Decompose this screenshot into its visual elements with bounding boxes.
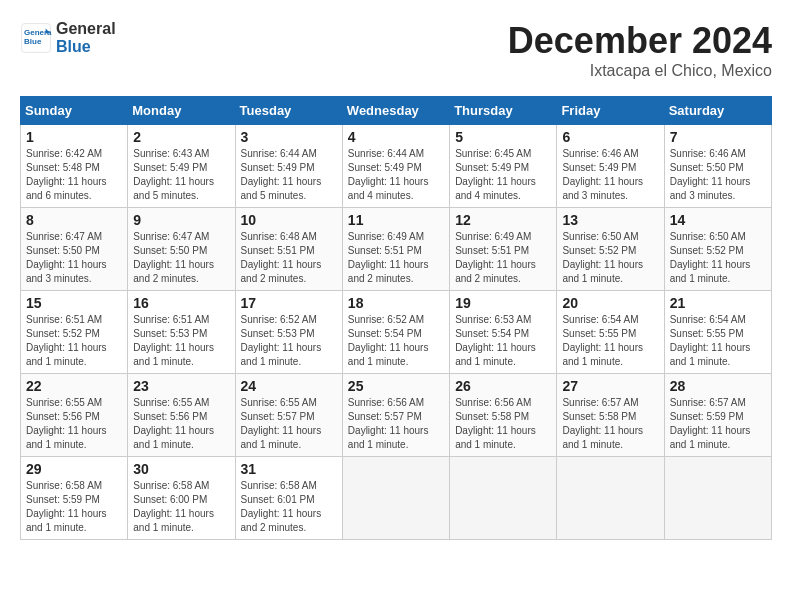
day-info: Sunrise: 6:42 AMSunset: 5:48 PMDaylight:… <box>26 147 122 203</box>
calendar-cell: 17Sunrise: 6:52 AMSunset: 5:53 PMDayligh… <box>235 291 342 374</box>
calendar-cell: 10Sunrise: 6:48 AMSunset: 5:51 PMDayligh… <box>235 208 342 291</box>
day-number: 21 <box>670 295 766 311</box>
calendar-table: SundayMondayTuesdayWednesdayThursdayFrid… <box>20 96 772 540</box>
calendar-cell: 6Sunrise: 6:46 AMSunset: 5:49 PMDaylight… <box>557 125 664 208</box>
logo-line2: Blue <box>56 38 116 56</box>
day-number: 23 <box>133 378 229 394</box>
day-info: Sunrise: 6:52 AMSunset: 5:54 PMDaylight:… <box>348 313 444 369</box>
calendar-cell: 26Sunrise: 6:56 AMSunset: 5:58 PMDayligh… <box>450 374 557 457</box>
calendar-cell: 30Sunrise: 6:58 AMSunset: 6:00 PMDayligh… <box>128 457 235 540</box>
day-number: 29 <box>26 461 122 477</box>
calendar-cell <box>664 457 771 540</box>
day-number: 14 <box>670 212 766 228</box>
day-number: 6 <box>562 129 658 145</box>
header-sunday: Sunday <box>21 97 128 125</box>
day-info: Sunrise: 6:58 AMSunset: 5:59 PMDaylight:… <box>26 479 122 535</box>
week-row-4: 22Sunrise: 6:55 AMSunset: 5:56 PMDayligh… <box>21 374 772 457</box>
calendar-cell: 23Sunrise: 6:55 AMSunset: 5:56 PMDayligh… <box>128 374 235 457</box>
calendar-cell: 25Sunrise: 6:56 AMSunset: 5:57 PMDayligh… <box>342 374 449 457</box>
calendar-cell: 11Sunrise: 6:49 AMSunset: 5:51 PMDayligh… <box>342 208 449 291</box>
day-info: Sunrise: 6:56 AMSunset: 5:58 PMDaylight:… <box>455 396 551 452</box>
calendar-cell: 18Sunrise: 6:52 AMSunset: 5:54 PMDayligh… <box>342 291 449 374</box>
calendar-cell: 12Sunrise: 6:49 AMSunset: 5:51 PMDayligh… <box>450 208 557 291</box>
day-number: 13 <box>562 212 658 228</box>
day-info: Sunrise: 6:55 AMSunset: 5:57 PMDaylight:… <box>241 396 337 452</box>
day-info: Sunrise: 6:57 AMSunset: 5:59 PMDaylight:… <box>670 396 766 452</box>
day-number: 31 <box>241 461 337 477</box>
day-info: Sunrise: 6:44 AMSunset: 5:49 PMDaylight:… <box>348 147 444 203</box>
title-area: December 2024 Ixtacapa el Chico, Mexico <box>508 20 772 80</box>
calendar-cell: 1Sunrise: 6:42 AMSunset: 5:48 PMDaylight… <box>21 125 128 208</box>
calendar-cell: 28Sunrise: 6:57 AMSunset: 5:59 PMDayligh… <box>664 374 771 457</box>
day-info: Sunrise: 6:56 AMSunset: 5:57 PMDaylight:… <box>348 396 444 452</box>
day-number: 26 <box>455 378 551 394</box>
page-header: General Blue General Blue December 2024 … <box>20 20 772 80</box>
day-info: Sunrise: 6:57 AMSunset: 5:58 PMDaylight:… <box>562 396 658 452</box>
calendar-cell: 9Sunrise: 6:47 AMSunset: 5:50 PMDaylight… <box>128 208 235 291</box>
calendar-header-row: SundayMondayTuesdayWednesdayThursdayFrid… <box>21 97 772 125</box>
day-number: 27 <box>562 378 658 394</box>
day-number: 10 <box>241 212 337 228</box>
calendar-cell: 19Sunrise: 6:53 AMSunset: 5:54 PMDayligh… <box>450 291 557 374</box>
day-number: 9 <box>133 212 229 228</box>
calendar-cell: 4Sunrise: 6:44 AMSunset: 5:49 PMDaylight… <box>342 125 449 208</box>
day-info: Sunrise: 6:46 AMSunset: 5:49 PMDaylight:… <box>562 147 658 203</box>
day-info: Sunrise: 6:58 AMSunset: 6:01 PMDaylight:… <box>241 479 337 535</box>
calendar-cell: 20Sunrise: 6:54 AMSunset: 5:55 PMDayligh… <box>557 291 664 374</box>
day-info: Sunrise: 6:49 AMSunset: 5:51 PMDaylight:… <box>348 230 444 286</box>
day-number: 4 <box>348 129 444 145</box>
day-info: Sunrise: 6:53 AMSunset: 5:54 PMDaylight:… <box>455 313 551 369</box>
day-number: 7 <box>670 129 766 145</box>
day-number: 11 <box>348 212 444 228</box>
calendar-cell <box>557 457 664 540</box>
svg-text:Blue: Blue <box>24 37 42 46</box>
day-info: Sunrise: 6:46 AMSunset: 5:50 PMDaylight:… <box>670 147 766 203</box>
day-number: 15 <box>26 295 122 311</box>
day-info: Sunrise: 6:54 AMSunset: 5:55 PMDaylight:… <box>562 313 658 369</box>
day-number: 24 <box>241 378 337 394</box>
calendar-cell: 8Sunrise: 6:47 AMSunset: 5:50 PMDaylight… <box>21 208 128 291</box>
day-number: 30 <box>133 461 229 477</box>
day-info: Sunrise: 6:43 AMSunset: 5:49 PMDaylight:… <box>133 147 229 203</box>
day-info: Sunrise: 6:47 AMSunset: 5:50 PMDaylight:… <box>26 230 122 286</box>
day-info: Sunrise: 6:49 AMSunset: 5:51 PMDaylight:… <box>455 230 551 286</box>
header-tuesday: Tuesday <box>235 97 342 125</box>
day-info: Sunrise: 6:48 AMSunset: 5:51 PMDaylight:… <box>241 230 337 286</box>
day-info: Sunrise: 6:51 AMSunset: 5:52 PMDaylight:… <box>26 313 122 369</box>
day-info: Sunrise: 6:52 AMSunset: 5:53 PMDaylight:… <box>241 313 337 369</box>
location-title: Ixtacapa el Chico, Mexico <box>508 62 772 80</box>
day-info: Sunrise: 6:58 AMSunset: 6:00 PMDaylight:… <box>133 479 229 535</box>
header-saturday: Saturday <box>664 97 771 125</box>
day-number: 20 <box>562 295 658 311</box>
logo-line1: General <box>56 20 116 38</box>
day-info: Sunrise: 6:55 AMSunset: 5:56 PMDaylight:… <box>133 396 229 452</box>
day-number: 16 <box>133 295 229 311</box>
day-number: 17 <box>241 295 337 311</box>
calendar-cell: 15Sunrise: 6:51 AMSunset: 5:52 PMDayligh… <box>21 291 128 374</box>
week-row-1: 1Sunrise: 6:42 AMSunset: 5:48 PMDaylight… <box>21 125 772 208</box>
header-thursday: Thursday <box>450 97 557 125</box>
day-info: Sunrise: 6:50 AMSunset: 5:52 PMDaylight:… <box>670 230 766 286</box>
calendar-cell: 7Sunrise: 6:46 AMSunset: 5:50 PMDaylight… <box>664 125 771 208</box>
day-info: Sunrise: 6:51 AMSunset: 5:53 PMDaylight:… <box>133 313 229 369</box>
header-friday: Friday <box>557 97 664 125</box>
week-row-2: 8Sunrise: 6:47 AMSunset: 5:50 PMDaylight… <box>21 208 772 291</box>
day-info: Sunrise: 6:50 AMSunset: 5:52 PMDaylight:… <box>562 230 658 286</box>
day-info: Sunrise: 6:45 AMSunset: 5:49 PMDaylight:… <box>455 147 551 203</box>
week-row-5: 29Sunrise: 6:58 AMSunset: 5:59 PMDayligh… <box>21 457 772 540</box>
calendar-cell: 24Sunrise: 6:55 AMSunset: 5:57 PMDayligh… <box>235 374 342 457</box>
header-wednesday: Wednesday <box>342 97 449 125</box>
day-info: Sunrise: 6:54 AMSunset: 5:55 PMDaylight:… <box>670 313 766 369</box>
header-monday: Monday <box>128 97 235 125</box>
calendar-cell: 29Sunrise: 6:58 AMSunset: 5:59 PMDayligh… <box>21 457 128 540</box>
calendar-cell: 14Sunrise: 6:50 AMSunset: 5:52 PMDayligh… <box>664 208 771 291</box>
day-info: Sunrise: 6:47 AMSunset: 5:50 PMDaylight:… <box>133 230 229 286</box>
calendar-cell: 13Sunrise: 6:50 AMSunset: 5:52 PMDayligh… <box>557 208 664 291</box>
day-number: 3 <box>241 129 337 145</box>
day-number: 12 <box>455 212 551 228</box>
day-number: 22 <box>26 378 122 394</box>
calendar-cell: 21Sunrise: 6:54 AMSunset: 5:55 PMDayligh… <box>664 291 771 374</box>
calendar-cell <box>450 457 557 540</box>
calendar-cell: 22Sunrise: 6:55 AMSunset: 5:56 PMDayligh… <box>21 374 128 457</box>
day-number: 18 <box>348 295 444 311</box>
